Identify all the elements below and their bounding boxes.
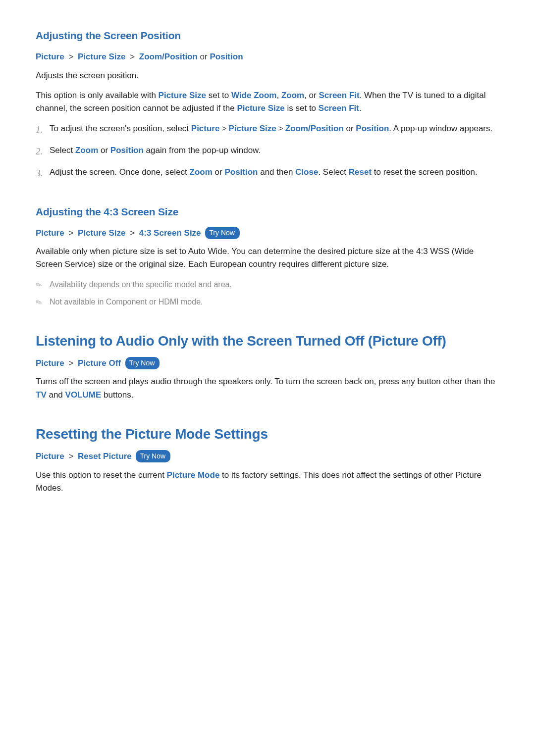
chevron-right-icon: > xyxy=(278,122,283,135)
breadcrumb-link-picture[interactable]: Picture xyxy=(36,52,64,61)
manual-page: Adjusting the Screen Position Picture > … xyxy=(0,0,535,495)
inline-link-position[interactable]: Position xyxy=(110,146,144,155)
step-number: 2. xyxy=(36,144,43,158)
chevron-right-icon: > xyxy=(68,50,73,63)
list-item: 1. To adjust the screen's position, sele… xyxy=(50,122,499,135)
inline-link-picture-size[interactable]: Picture Size xyxy=(228,124,276,133)
inline-link-zoom[interactable]: Zoom xyxy=(75,146,98,155)
pencil-icon: ✎ xyxy=(34,278,45,292)
heading-listening-audio-only: Listening to Audio Only with the Screen … xyxy=(36,333,499,349)
paragraph: Use this option to reset the current Pic… xyxy=(36,469,499,495)
paragraph: This option is only available with Pictu… xyxy=(36,89,499,115)
breadcrumb-link-43-screen-size[interactable]: 4:3 Screen Size xyxy=(139,228,201,238)
section-adjusting-screen-position: Adjusting the Screen Position Picture > … xyxy=(36,30,499,179)
inline-link-tv: TV xyxy=(36,390,47,400)
list-item: 2. Select Zoom or Position again from th… xyxy=(50,144,499,157)
inline-link-screen-fit[interactable]: Screen Fit xyxy=(319,103,359,113)
breadcrumb-link-picture[interactable]: Picture xyxy=(36,228,64,238)
list-item: 3. Adjust the screen. Once done, select … xyxy=(50,166,499,179)
heading-adjusting-screen-position: Adjusting the Screen Position xyxy=(36,30,499,42)
inline-link-picture-size[interactable]: Picture Size xyxy=(159,91,206,100)
try-now-button[interactable]: Try Now xyxy=(205,227,240,239)
chevron-right-icon: > xyxy=(130,50,135,63)
breadcrumb-link-picture-size[interactable]: Picture Size xyxy=(78,228,125,238)
inline-link-zoom[interactable]: Zoom xyxy=(281,91,304,100)
inline-link-wide-zoom[interactable]: Wide Zoom xyxy=(231,91,276,100)
paragraph: Turns off the screen and plays audio thr… xyxy=(36,375,499,402)
breadcrumb-link-picture[interactable]: Picture xyxy=(36,358,64,368)
step-number: 1. xyxy=(36,122,43,137)
inline-link-position[interactable]: Position xyxy=(224,167,258,177)
inline-link-screen-fit[interactable]: Screen Fit xyxy=(319,91,359,100)
inline-link-close[interactable]: Close xyxy=(295,167,318,177)
section-resetting-picture-mode: Resetting the Picture Mode Settings Pict… xyxy=(36,426,499,495)
breadcrumb: Picture > Picture Size > Zoom/Position o… xyxy=(36,50,499,63)
notes-list: ✎ Availability depends on the specific m… xyxy=(36,278,499,308)
breadcrumb-link-reset-picture[interactable]: Reset Picture xyxy=(78,452,132,461)
inline-link-reset[interactable]: Reset xyxy=(349,167,372,177)
inline-link-volume: VOLUME xyxy=(65,390,102,400)
step-number: 3. xyxy=(36,166,43,180)
chevron-right-icon: > xyxy=(68,450,73,463)
ordered-steps: 1. To adjust the screen's position, sele… xyxy=(36,122,499,179)
inline-link-picture-mode[interactable]: Picture Mode xyxy=(167,470,220,480)
inline-link-picture-size[interactable]: Picture Size xyxy=(237,103,284,113)
chevron-right-icon: > xyxy=(68,357,73,370)
inline-link-zoom[interactable]: Zoom xyxy=(190,167,213,177)
breadcrumb-link-zoom-position[interactable]: Zoom/Position xyxy=(139,52,198,61)
chevron-right-icon: > xyxy=(221,122,226,135)
paragraph: Adjusts the screen position. xyxy=(36,69,499,82)
heading-adjusting-43-screen-size: Adjusting the 4:3 Screen Size xyxy=(36,206,499,218)
breadcrumb-link-picture[interactable]: Picture xyxy=(36,452,64,461)
section-adjusting-43-screen-size: Adjusting the 4:3 Screen Size Picture > … xyxy=(36,206,499,308)
pencil-icon: ✎ xyxy=(34,296,45,309)
section-listening-audio-only: Listening to Audio Only with the Screen … xyxy=(36,333,499,402)
breadcrumb-link-picture-size[interactable]: Picture Size xyxy=(78,52,125,61)
note-item: ✎ Availability depends on the specific m… xyxy=(50,278,499,291)
breadcrumb-or: or xyxy=(200,52,210,61)
paragraph: Available only when picture size is set … xyxy=(36,245,499,271)
chevron-right-icon: > xyxy=(68,227,73,240)
breadcrumb-link-position[interactable]: Position xyxy=(210,52,243,61)
breadcrumb-link-picture-off[interactable]: Picture Off xyxy=(78,358,121,368)
breadcrumb: Picture > Picture Size > 4:3 Screen Size… xyxy=(36,227,499,240)
breadcrumb: Picture > Picture Off Try Now xyxy=(36,357,499,370)
try-now-button[interactable]: Try Now xyxy=(136,450,170,462)
note-item: ✎ Not available in Component or HDMI mod… xyxy=(50,296,499,308)
try-now-button[interactable]: Try Now xyxy=(125,357,160,369)
inline-link-zoom-position[interactable]: Zoom/Position xyxy=(285,124,344,133)
breadcrumb: Picture > Reset Picture Try Now xyxy=(36,450,499,463)
heading-resetting-picture-mode: Resetting the Picture Mode Settings xyxy=(36,426,499,442)
chevron-right-icon: > xyxy=(130,227,135,240)
inline-link-position[interactable]: Position xyxy=(356,124,389,133)
inline-link-picture[interactable]: Picture xyxy=(191,124,220,133)
